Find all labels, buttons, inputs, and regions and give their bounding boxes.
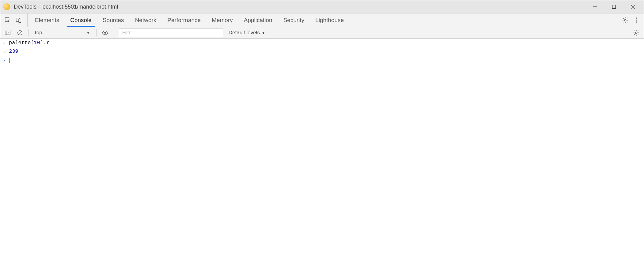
log-levels-selector[interactable]: Default levels ▼ <box>229 30 265 36</box>
svg-point-16 <box>635 32 637 34</box>
divider <box>629 29 629 36</box>
toggle-sidebar-button[interactable] <box>2 27 13 38</box>
close-icon <box>631 4 635 9</box>
inspect-icon <box>4 17 11 24</box>
tab-label: Lighthouse <box>315 17 344 24</box>
divider <box>114 29 114 36</box>
window-title: DevTools - localhost:5501/mandelbrot.htm… <box>14 4 585 10</box>
divider <box>28 29 29 36</box>
prompt-chevron-icon: › <box>3 57 9 64</box>
devtools-app-icon <box>3 3 10 10</box>
expr-text: ].r <box>40 40 50 46</box>
tab-performance[interactable]: Performance <box>162 13 206 27</box>
console-output-value: 239 <box>9 48 641 55</box>
inspect-element-button[interactable] <box>2 15 13 26</box>
tab-label: Network <box>135 17 157 24</box>
sidebar-icon <box>4 29 11 36</box>
main-tabsbar: Elements Console Sources Network Perform… <box>0 13 644 27</box>
tab-application[interactable]: Application <box>238 13 278 27</box>
output-chevron-icon: ‹· <box>3 48 9 55</box>
svg-line-14 <box>18 31 21 34</box>
tab-label: Security <box>283 17 305 24</box>
maximize-icon <box>612 4 616 9</box>
svg-rect-6 <box>19 19 21 22</box>
tab-label: Memory <box>212 17 233 24</box>
device-toolbar-button[interactable] <box>13 15 24 26</box>
devtools-window: DevTools - localhost:5501/mandelbrot.htm… <box>0 0 644 262</box>
divider <box>96 29 97 36</box>
divider <box>618 16 618 24</box>
settings-button[interactable] <box>620 15 631 26</box>
eye-icon <box>102 29 108 36</box>
console-settings-button[interactable] <box>631 27 642 38</box>
svg-point-7 <box>624 19 626 21</box>
svg-point-9 <box>636 20 637 21</box>
minimize-button[interactable] <box>585 0 604 13</box>
tab-security[interactable]: Security <box>278 13 310 27</box>
tab-label: Console <box>70 17 92 24</box>
gear-icon <box>622 17 629 24</box>
tab-elements[interactable]: Elements <box>29 13 65 27</box>
expr-text: palette[ <box>9 40 34 46</box>
tab-network[interactable]: Network <box>130 13 162 27</box>
tab-sources[interactable]: Sources <box>97 13 130 27</box>
svg-point-15 <box>104 32 106 34</box>
gear-icon <box>633 29 640 36</box>
more-menu-button[interactable] <box>631 15 642 26</box>
live-expression-button[interactable] <box>100 27 111 38</box>
console-history-input[interactable]: › palette[10].r <box>0 39 644 47</box>
chevron-down-icon: ▼ <box>86 31 90 35</box>
tab-label: Application <box>244 17 272 24</box>
device-icon <box>15 17 22 24</box>
console-input-line[interactable] <box>9 57 641 64</box>
tab-label: Sources <box>103 17 124 24</box>
context-selector[interactable]: top ▼ <box>32 28 93 37</box>
kebab-icon <box>633 17 640 24</box>
tab-label: Elements <box>35 17 59 24</box>
titlebar: DevTools - localhost:5501/mandelbrot.htm… <box>0 0 644 13</box>
svg-point-8 <box>636 17 637 18</box>
minimize-icon <box>593 4 597 9</box>
console-output[interactable]: ‹· 239 <box>0 47 644 56</box>
levels-label: Default levels <box>229 30 260 36</box>
clear-icon <box>17 29 23 36</box>
console-toolbar-left: top ▼ Default levels ▼ <box>2 27 265 38</box>
window-controls <box>585 0 642 13</box>
console-prompt[interactable]: › <box>0 56 644 65</box>
console-body[interactable]: › palette[10].r ‹· 239 › <box>0 39 644 262</box>
text-cursor <box>9 58 9 63</box>
svg-point-10 <box>636 21 637 22</box>
panel-tabs: Elements Console Sources Network Perform… <box>29 13 349 27</box>
filter-input[interactable] <box>119 28 223 37</box>
tab-label: Performance <box>167 17 201 24</box>
close-button[interactable] <box>623 0 642 13</box>
tab-console[interactable]: Console <box>65 13 97 27</box>
inspect-tools <box>2 13 28 27</box>
console-expression: palette[10].r <box>9 40 641 46</box>
console-toolbar-right <box>627 27 642 38</box>
chevron-down-icon: ▼ <box>262 31 265 35</box>
maximize-button[interactable] <box>604 0 623 13</box>
tab-lighthouse[interactable]: Lighthouse <box>310 13 349 27</box>
console-toolbar: top ▼ Default levels ▼ <box>0 27 644 39</box>
clear-console-button[interactable] <box>14 27 25 38</box>
input-chevron-icon: › <box>3 40 9 46</box>
context-label: top <box>35 30 42 36</box>
tab-memory[interactable]: Memory <box>206 13 238 27</box>
expr-number: 10 <box>34 40 40 46</box>
tabsbar-right-tools <box>616 13 644 27</box>
svg-rect-1 <box>612 5 616 9</box>
